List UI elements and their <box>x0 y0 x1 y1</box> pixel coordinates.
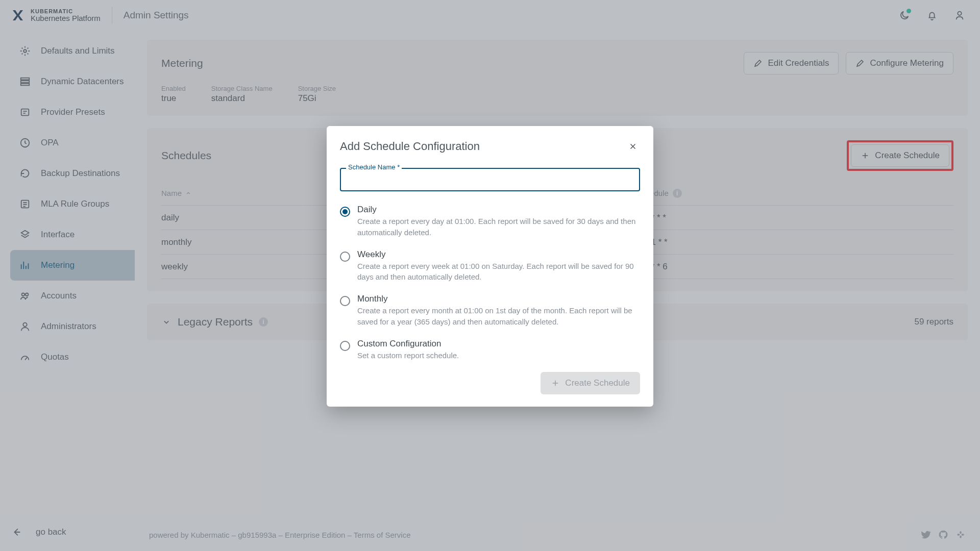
radio-desc: Create a report every week at 01:00 on S… <box>357 261 640 283</box>
radio-desc: Create a report every day at 01:00. Each… <box>357 216 640 238</box>
radio-option-custom-configuration[interactable]: Custom Configuration Set a custom report… <box>340 339 640 361</box>
radio-desc: Set a custom report schedule. <box>357 350 459 361</box>
schedule-name-input[interactable] <box>340 168 640 191</box>
radio-desc: Create a report every month at 01:00 on … <box>357 305 640 328</box>
close-icon <box>628 142 638 151</box>
radio-icon[interactable] <box>340 296 350 306</box>
schedule-name-field: Schedule Name * <box>340 168 640 191</box>
radio-title: Monthly <box>357 294 640 304</box>
add-schedule-modal: Add Schedule Configuration Schedule Name… <box>327 126 653 407</box>
radio-title: Weekly <box>357 249 640 260</box>
radio-title: Custom Configuration <box>357 339 459 349</box>
radio-icon[interactable] <box>340 341 350 351</box>
radio-icon[interactable] <box>340 207 350 217</box>
close-button[interactable] <box>626 139 640 154</box>
radio-option-daily[interactable]: Daily Create a report every day at 01:00… <box>340 205 640 238</box>
modal-create-schedule-button[interactable]: Create Schedule <box>541 372 640 394</box>
plus-icon <box>551 379 560 388</box>
radio-title: Daily <box>357 205 640 215</box>
radio-option-weekly[interactable]: Weekly Create a report every week at 01:… <box>340 249 640 283</box>
radio-option-monthly[interactable]: Monthly Create a report every month at 0… <box>340 294 640 328</box>
modal-scrim[interactable]: Add Schedule Configuration Schedule Name… <box>0 0 980 551</box>
modal-title: Add Schedule Configuration <box>340 140 480 153</box>
radio-icon[interactable] <box>340 252 350 262</box>
